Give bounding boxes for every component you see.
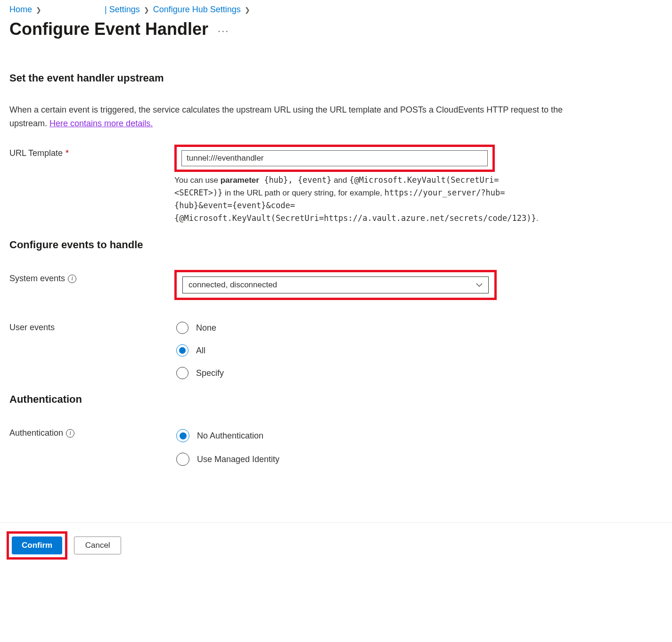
user-events-all-radio[interactable]: All xyxy=(176,344,646,357)
cancel-button[interactable]: Cancel xyxy=(74,536,121,554)
section-upstream-heading: Set the event handler upstream xyxy=(9,72,663,84)
more-actions-button[interactable]: ··· xyxy=(218,21,229,37)
radio-icon xyxy=(176,429,189,442)
user-events-radio-group: None All Specify xyxy=(174,319,646,379)
auth-radio-group: No Authentication Use Managed Identity xyxy=(174,424,646,466)
radio-label: Use Managed Identity xyxy=(197,455,279,464)
breadcrumb: Home ❯ | Settings ❯ Configure Hub Settin… xyxy=(9,5,663,15)
radio-icon xyxy=(176,453,189,466)
info-icon[interactable]: i xyxy=(68,275,76,283)
radio-icon xyxy=(176,367,188,379)
user-events-label: User events xyxy=(9,319,174,333)
auth-none-radio[interactable]: No Authentication xyxy=(176,427,646,442)
radio-label: Specify xyxy=(196,368,224,378)
system-events-label: System events i xyxy=(9,270,174,284)
chevron-right-icon: ❯ xyxy=(245,6,250,14)
user-events-specify-radio[interactable]: Specify xyxy=(176,367,646,379)
user-events-none-radio[interactable]: None xyxy=(176,322,646,334)
info-icon[interactable]: i xyxy=(66,429,74,438)
breadcrumb-configure-hub[interactable]: Configure Hub Settings xyxy=(153,5,241,15)
section-auth-heading: Authentication xyxy=(9,393,663,406)
radio-label: All xyxy=(196,346,205,356)
page-title: Configure Event Handler xyxy=(9,19,208,39)
breadcrumb-home[interactable]: Home xyxy=(9,5,32,15)
system-events-value: connected, disconnected xyxy=(188,280,277,290)
chevron-down-icon xyxy=(476,282,483,288)
upstream-details-link[interactable]: Here contains more details. xyxy=(49,119,153,128)
system-events-highlight: connected, disconnected xyxy=(174,270,497,300)
upstream-description: When a certain event is triggered, the s… xyxy=(9,103,575,130)
confirm-highlight: Confirm xyxy=(7,531,67,560)
url-template-highlight xyxy=(174,145,495,172)
confirm-button[interactable]: Confirm xyxy=(12,536,62,554)
url-template-help: You can use parameter {hub}, {event} and… xyxy=(174,174,533,225)
auth-managed-radio[interactable]: Use Managed Identity xyxy=(176,453,646,466)
breadcrumb-settings[interactable]: | Settings xyxy=(105,5,140,15)
url-template-input[interactable] xyxy=(181,150,488,166)
radio-label: No Authentication xyxy=(197,431,263,441)
chevron-right-icon: ❯ xyxy=(36,6,41,14)
auth-label: Authentication i xyxy=(9,424,174,438)
chevron-right-icon: ❯ xyxy=(144,6,149,14)
system-events-select[interactable]: connected, disconnected xyxy=(182,276,489,293)
section-events-heading: Configure events to handle xyxy=(9,239,663,251)
required-indicator: * xyxy=(66,148,69,158)
radio-icon xyxy=(176,322,188,334)
radio-icon xyxy=(176,344,188,357)
footer-actions: Confirm Cancel xyxy=(0,523,672,574)
url-template-label: URL Template * xyxy=(9,145,174,158)
radio-label: None xyxy=(196,323,216,333)
